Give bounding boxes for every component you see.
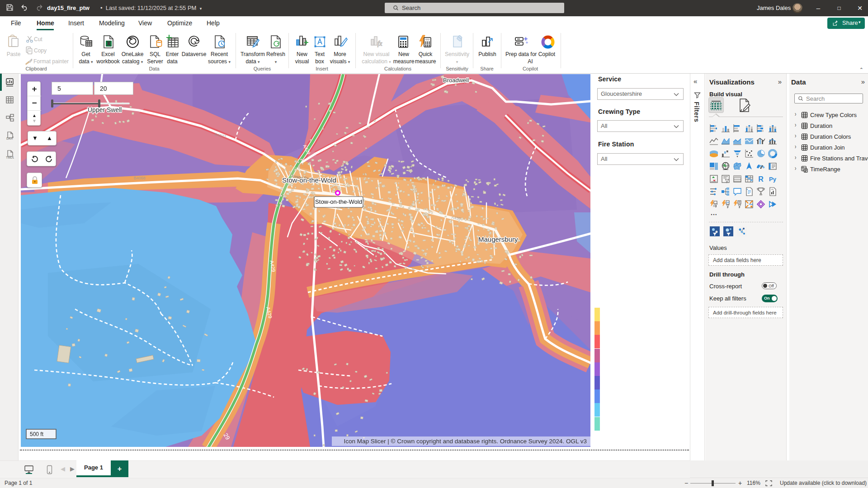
svg-text:Py: Py (769, 176, 777, 183)
svg-text:Stow-on-the-Wold: Stow-on-the-Wold (315, 198, 362, 205)
svg-text:Stow-on-the-Wold: Stow-on-the-Wold (282, 176, 336, 184)
svg-text:TMDL: TMDL (6, 156, 14, 159)
svg-text:Maugersbury: Maugersbury (478, 235, 518, 243)
svg-text:R: R (758, 175, 764, 183)
svg-text:fx: fx (377, 40, 382, 47)
svg-text:DAX: DAX (6, 137, 13, 140)
svg-text:X: X (107, 41, 110, 46)
svg-text:Upper Swell: Upper Swell (88, 106, 122, 113)
svg-text:B4068: B4068 (134, 176, 146, 180)
svg-text:500 ft: 500 ft (30, 431, 44, 437)
svg-text:Broadwell: Broadwell (443, 77, 469, 84)
svg-text:Icon Map Slicer | © Crown copy: Icon Map Slicer | © Crown copyright and … (344, 438, 587, 445)
